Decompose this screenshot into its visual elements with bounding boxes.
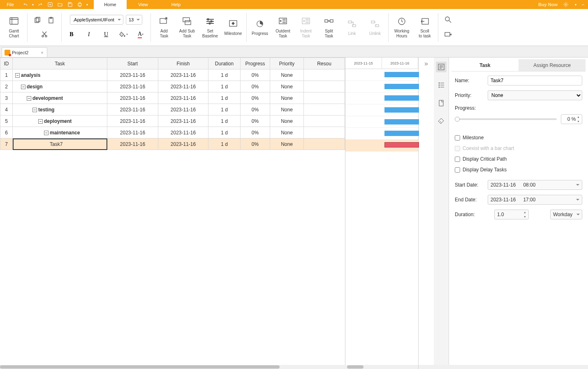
tab-help[interactable]: Help xyxy=(160,0,192,9)
strip-link-icon[interactable] xyxy=(436,116,447,127)
panel-tabs: Task Assign Resource xyxy=(451,59,586,71)
tab-view[interactable]: View xyxy=(127,0,160,9)
check-critical[interactable] xyxy=(455,157,460,162)
svg-point-31 xyxy=(439,83,440,83)
table-row[interactable]: 4testing2023-11-162023-11-161 d0%None xyxy=(0,104,345,115)
bold-icon[interactable]: B xyxy=(66,29,77,40)
svg-rect-11 xyxy=(183,18,190,22)
tab-home[interactable]: Home xyxy=(94,0,127,9)
set-baseline-button[interactable]: Set Baseline xyxy=(199,11,222,44)
font-family-value: .AppleSystemUIFont xyxy=(73,17,114,22)
side-toolstrip xyxy=(434,58,449,369)
settings-menu-icon[interactable]: ▾ xyxy=(573,0,578,9)
col-duration[interactable]: Duration xyxy=(208,58,241,69)
check-delay[interactable] xyxy=(455,167,460,173)
strip-task-info-icon[interactable] xyxy=(436,62,447,72)
gantt-bar[interactable] xyxy=(384,72,419,77)
gantt-row[interactable] xyxy=(345,104,418,116)
gantt-bar[interactable] xyxy=(384,107,419,113)
fill-color-icon[interactable]: ▾ xyxy=(118,29,129,40)
redo-icon[interactable] xyxy=(35,0,45,9)
table-row[interactable]: 6maintenance2023-11-162023-11-161 d0%Non… xyxy=(0,127,345,138)
search-icon[interactable] xyxy=(442,14,454,25)
add-task-button[interactable]: Add Task xyxy=(153,11,176,44)
underline-icon[interactable]: U xyxy=(100,29,112,40)
grid-scrollbar[interactable] xyxy=(0,365,588,369)
settings-icon[interactable] xyxy=(561,0,571,9)
new-icon[interactable] xyxy=(45,0,55,9)
qat-more-icon[interactable]: ▾ xyxy=(85,0,90,9)
collapse-ribbon-icon[interactable] xyxy=(578,0,588,9)
table-row[interactable]: 3development2023-11-162023-11-161 d0%Non… xyxy=(0,92,345,104)
table-row[interactable]: 7Task72023-11-162023-11-161 d0%None xyxy=(0,138,345,150)
gantt-row[interactable] xyxy=(345,116,418,128)
progress-value[interactable]: 0 % ▲▼ xyxy=(561,114,582,124)
svg-rect-25 xyxy=(375,25,379,27)
outdent-button[interactable]: Outdent Task xyxy=(271,11,294,44)
close-tab-icon[interactable]: × xyxy=(41,50,43,55)
save-icon[interactable] xyxy=(65,0,75,9)
gantt-bar[interactable] xyxy=(384,119,419,125)
select-priority[interactable]: None xyxy=(488,90,582,100)
col-priority[interactable]: Priority xyxy=(270,58,304,69)
collapse-panel-icon[interactable]: » xyxy=(424,60,428,67)
select-duration-unit[interactable]: Workday xyxy=(550,210,582,219)
check-milestone[interactable] xyxy=(455,135,460,141)
menu-file[interactable]: File xyxy=(0,0,21,9)
undo-menu-icon[interactable]: ▾ xyxy=(30,0,35,9)
input-name[interactable] xyxy=(488,76,582,85)
gantt-row[interactable] xyxy=(345,92,418,104)
undo-icon[interactable] xyxy=(21,0,30,9)
gantt-bar[interactable] xyxy=(384,95,419,101)
col-finish[interactable]: Finish xyxy=(158,58,208,69)
buy-now-link[interactable]: Buy Now xyxy=(538,2,558,7)
panel-tab-resource[interactable]: Assign Resource xyxy=(519,59,586,71)
strip-notes-icon[interactable] xyxy=(436,98,447,108)
input-start-date[interactable]: 2023-11-16 08:00 xyxy=(488,180,582,190)
slider-progress[interactable] xyxy=(455,118,557,120)
gantt-bar[interactable] xyxy=(384,142,419,148)
task-panel: Task Assign Resource Name: Priority: Non… xyxy=(449,58,588,369)
svg-point-28 xyxy=(445,17,449,21)
gantt-row[interactable] xyxy=(345,128,418,140)
table-row[interactable]: 5deployment2023-11-162023-11-161 d0%None xyxy=(0,115,345,127)
working-hours-button[interactable]: Working Hours xyxy=(390,11,413,44)
svg-rect-22 xyxy=(348,21,352,23)
gantt-timeline-header: 2023-11-15 2023-11-16 xyxy=(345,58,418,69)
font-size-combo[interactable]: 13 xyxy=(126,15,142,25)
italic-icon[interactable]: I xyxy=(83,29,95,40)
gantt-row[interactable] xyxy=(345,140,418,152)
panel-tab-task[interactable]: Task xyxy=(451,59,519,71)
font-family-combo[interactable]: .AppleSystemUIFont xyxy=(70,15,123,25)
cut-icon[interactable] xyxy=(39,29,50,40)
open-icon[interactable] xyxy=(55,0,65,9)
text-color-icon[interactable]: A▾ xyxy=(135,29,146,40)
col-progress[interactable]: Progress xyxy=(241,58,270,69)
copy-icon[interactable] xyxy=(32,15,43,26)
col-start[interactable]: Start xyxy=(107,58,158,69)
paste-icon[interactable] xyxy=(46,15,57,26)
col-id[interactable]: ID xyxy=(0,58,13,69)
progress-button[interactable]: Progress xyxy=(248,11,271,44)
gantt-row[interactable] xyxy=(345,81,418,93)
col-task[interactable]: Task xyxy=(13,58,107,69)
strip-list-icon[interactable] xyxy=(436,80,447,90)
scroll-to-task-button[interactable]: Scoll to task xyxy=(413,11,436,44)
col-resource[interactable]: Resou xyxy=(304,58,345,69)
gantt-row[interactable] xyxy=(345,69,418,81)
gantt-bar[interactable] xyxy=(384,131,419,136)
table-row[interactable]: 1analysis2023-11-162023-11-161 d0%None xyxy=(0,69,345,81)
svg-point-32 xyxy=(439,85,440,85)
gantt-bar[interactable] xyxy=(384,84,419,89)
gantt-scrollbar[interactable] xyxy=(345,365,418,369)
table-row[interactable]: 2design2023-11-162023-11-161 d0%None xyxy=(0,81,345,92)
split-button[interactable]: Split Task xyxy=(317,11,340,44)
replace-icon[interactable] xyxy=(442,30,454,41)
input-end-date[interactable]: 2023-11-16 17:00 xyxy=(488,195,582,205)
milestone-button[interactable]: Milestone xyxy=(222,11,245,44)
gantt-chart-button[interactable]: Gantt Chart xyxy=(2,11,25,44)
document-tab[interactable]: Project2 × xyxy=(2,47,47,57)
input-duration[interactable]: 1.0 ▲▼ xyxy=(494,210,529,219)
print-icon[interactable] xyxy=(75,0,85,9)
add-sub-task-button[interactable]: Add Sub Task xyxy=(176,11,199,44)
